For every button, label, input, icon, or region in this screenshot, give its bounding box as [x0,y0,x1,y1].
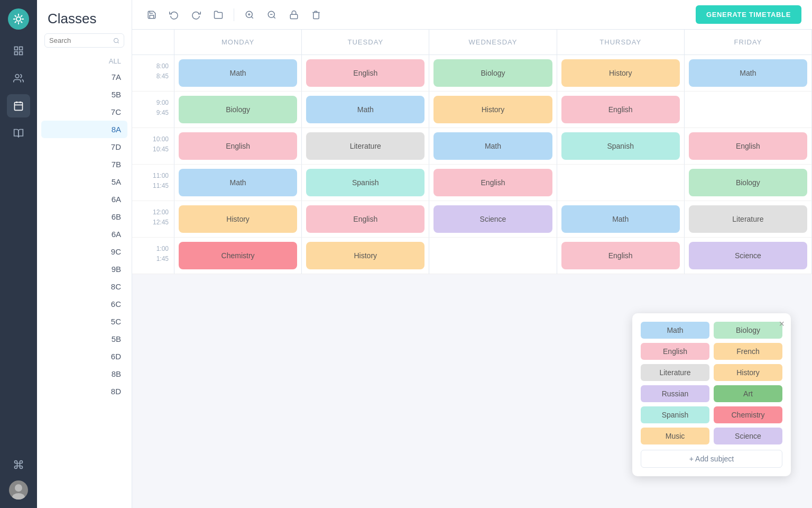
class-item-5a[interactable]: 5A [37,173,132,190]
cell-thu-3[interactable] [557,165,685,201]
cell-mon-2[interactable]: English [174,128,302,165]
subject-literature-tue-2[interactable]: Literature [306,132,425,160]
legend-history[interactable]: History [714,364,782,381]
subject-math-wed-2[interactable]: Math [433,132,552,160]
subject-math-mon-0[interactable]: Math [179,59,297,87]
cell-mon-4[interactable]: History [174,201,302,238]
folder-button[interactable] [209,6,227,24]
cell-wed-2[interactable]: Math [429,128,557,165]
nav-classes[interactable] [7,67,30,90]
cell-thu-4[interactable]: Math [557,201,685,238]
subject-english-wed-3[interactable]: English [433,169,552,196]
cell-wed-0[interactable]: Biology [429,55,557,92]
nav-book[interactable] [7,122,30,145]
cell-tue-3[interactable]: Spanish [302,165,429,201]
cell-mon-5[interactable]: Chemistry [174,238,302,274]
subject-biology-mon-1[interactable]: Biology [179,96,297,123]
cell-tue-4[interactable]: English [302,201,429,238]
class-item-8b[interactable]: 8B [37,365,132,383]
search-input[interactable] [49,37,110,44]
legend-biology[interactable]: Biology [714,322,782,339]
class-item-8d[interactable]: 8D [37,383,132,400]
all-classes-item[interactable]: ALL [37,54,132,68]
subject-math-thu-4[interactable]: Math [561,205,680,233]
cell-fri-0[interactable]: Math [685,55,812,92]
subject-english-thu-5[interactable]: English [561,242,680,269]
cell-fri-3[interactable]: Biology [685,165,812,201]
subject-literature-fri-4[interactable]: Literature [689,205,807,233]
search-box[interactable] [44,33,124,48]
class-item-5b2[interactable]: 5B [37,330,132,348]
subject-english-fri-2[interactable]: English [689,132,807,160]
legend-literature[interactable]: Literature [641,364,709,381]
subject-biology-fri-3[interactable]: Biology [689,169,807,196]
legend-english[interactable]: English [641,343,709,360]
subject-english-mon-2[interactable]: English [179,132,297,160]
undo-button[interactable] [165,6,183,24]
cell-mon-3[interactable]: Math [174,165,302,201]
nav-activity[interactable] [7,453,30,476]
cell-mon-0[interactable]: Math [174,55,302,92]
class-item-7a[interactable]: 7A [37,68,132,86]
subject-history-wed-1[interactable]: History [433,96,552,123]
legend-science[interactable]: Science [714,428,782,444]
subject-english-tue-0[interactable]: English [306,59,425,87]
redo-button[interactable] [187,6,205,24]
class-item-5b[interactable]: 5B [37,86,132,103]
cell-thu-2[interactable]: Spanish [557,128,685,165]
class-item-6c[interactable]: 6C [37,295,132,313]
add-subject-button[interactable]: + Add subject [641,450,782,468]
generate-timetable-button[interactable]: GENERATE TIMETABLE [696,5,801,24]
cell-tue-5[interactable]: History [302,238,429,274]
class-item-8c[interactable]: 8C [37,278,132,295]
cell-mon-1[interactable]: Biology [174,92,302,128]
lock-button[interactable] [285,6,303,24]
class-item-6b[interactable]: 6B [37,208,132,225]
subject-english-thu-1[interactable]: English [561,96,680,123]
subject-english-tue-4[interactable]: English [306,205,425,233]
nav-grid[interactable] [7,39,30,62]
class-item-6d[interactable]: 6D [37,348,132,365]
subject-chemistry-mon-5[interactable]: Chemistry [179,242,297,269]
cell-wed-3[interactable]: English [429,165,557,201]
class-item-9c[interactable]: 9C [37,243,132,260]
legend-art[interactable]: Art [714,385,782,402]
delete-button[interactable] [307,6,325,24]
subject-history-thu-0[interactable]: History [561,59,680,87]
legend-music[interactable]: Music [641,428,709,444]
class-item-5c[interactable]: 5C [37,313,132,330]
cell-fri-2[interactable]: English [685,128,812,165]
subject-math-mon-3[interactable]: Math [179,169,297,196]
class-item-7b[interactable]: 7B [37,156,132,173]
subject-spanish-thu-2[interactable]: Spanish [561,132,680,160]
cell-thu-1[interactable]: English [557,92,685,128]
subject-history-mon-4[interactable]: History [179,205,297,233]
subject-biology-wed-0[interactable]: Biology [433,59,552,87]
zoom-in-button[interactable] [241,6,259,24]
class-item-7c[interactable]: 7C [37,103,132,121]
subject-math-tue-1[interactable]: Math [306,96,425,123]
subject-science-fri-5[interactable]: Science [689,242,807,269]
subject-science-wed-4[interactable]: Science [433,205,552,233]
subject-spanish-tue-3[interactable]: Spanish [306,169,425,196]
cell-tue-2[interactable]: Literature [302,128,429,165]
legend-chemistry[interactable]: Chemistry [714,406,782,423]
cell-wed-5[interactable] [429,238,557,274]
cell-thu-5[interactable]: English [557,238,685,274]
class-item-9b[interactable]: 9B [37,260,132,278]
legend-math[interactable]: Math [641,322,709,339]
cell-wed-1[interactable]: History [429,92,557,128]
subject-history-tue-5[interactable]: History [306,242,425,269]
legend-spanish[interactable]: Spanish [641,406,709,423]
class-item-8a[interactable]: 8A [41,121,127,138]
cell-fri-1[interactable] [685,92,812,128]
cell-fri-5[interactable]: Science [685,238,812,274]
user-avatar[interactable] [9,480,28,500]
class-item-7d[interactable]: 7D [37,138,132,156]
zoom-out-button[interactable] [263,6,281,24]
legend-close-button[interactable]: × [779,319,785,330]
cell-tue-0[interactable]: English [302,55,429,92]
app-logo[interactable] [8,8,29,30]
cell-fri-4[interactable]: Literature [685,201,812,238]
legend-russian[interactable]: Russian [641,385,709,402]
